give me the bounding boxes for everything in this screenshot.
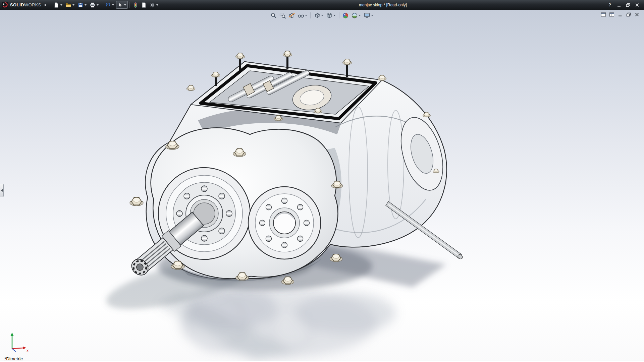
window-pane-button-1[interactable] [600, 12, 606, 17]
undo-button[interactable] [104, 1, 116, 9]
zoom-to-area-button[interactable] [279, 11, 287, 19]
solidworks-window: SOLIDWORKS [0, 0, 644, 362]
toolbar-separator [129, 2, 130, 8]
window-controls: ? [606, 2, 644, 8]
window-pane-button-2[interactable] [609, 12, 615, 17]
minimize-button[interactable] [615, 2, 623, 8]
print-icon [90, 2, 96, 8]
document-window-controls [600, 12, 640, 17]
output-bearing-boss[interactable] [248, 187, 321, 259]
view-settings-icon [364, 12, 370, 19]
toolbar-separator [339, 12, 339, 18]
open-folder-icon [65, 2, 71, 8]
apply-scene-icon [352, 12, 358, 19]
collapse-arrow-icon [1, 189, 3, 192]
view-orientation-cube-icon [314, 12, 320, 19]
edit-appearance-button[interactable] [341, 11, 350, 19]
restore-icon [626, 3, 630, 7]
feature-panel-collapse-tab[interactable] [0, 184, 4, 197]
view-orientation-button[interactable] [313, 11, 325, 19]
dropdown-caret[interactable] [60, 4, 62, 6]
solidworks-brand: SOLIDWORKS [0, 2, 49, 8]
dropdown-caret[interactable] [156, 4, 158, 6]
display-style-button[interactable] [325, 11, 337, 19]
doc-restore-button[interactable] [626, 12, 632, 17]
x-axis-label: x [26, 348, 29, 353]
zoom-to-fit-button[interactable] [270, 11, 278, 19]
toolbar-separator [311, 12, 311, 18]
view-settings-button[interactable] [363, 11, 375, 19]
help-glyph: ? [608, 2, 611, 7]
file-properties-icon [141, 2, 147, 8]
display-style-shaded-cube-icon [326, 12, 333, 19]
options-gear-icon [149, 2, 155, 8]
help-button[interactable]: ? [606, 2, 614, 8]
brand-bold: SOLID [10, 2, 24, 7]
save-icon [77, 2, 84, 8]
apply-scene-button[interactable] [351, 11, 362, 19]
window-title: menjac sklop * [Read-only] [160, 3, 606, 7]
zoom-to-fit-icon [271, 12, 277, 19]
menu-bar-toolbar [49, 1, 160, 9]
edit-appearance-sphere-icon [342, 12, 349, 19]
y-axis-arrow [11, 333, 14, 336]
dropdown-caret[interactable] [85, 4, 87, 6]
save-button[interactable] [76, 1, 88, 9]
rebuild-semaphore-icon [132, 2, 139, 8]
restore-button[interactable] [624, 2, 632, 8]
dropdown-caret[interactable] [321, 15, 323, 16]
brand-light: WORKS [24, 2, 41, 7]
new-document-icon [53, 2, 59, 8]
orientation-triad: x [7, 329, 31, 353]
select-button[interactable] [116, 1, 128, 9]
dropdown-caret[interactable] [112, 4, 114, 6]
heads-up-view-toolbar [270, 11, 375, 19]
print-button[interactable] [89, 1, 100, 9]
undo-icon [105, 2, 111, 8]
titlebar: SOLIDWORKS [0, 0, 644, 10]
brand-text: SOLIDWORKS [10, 2, 41, 7]
dropdown-caret[interactable] [97, 4, 99, 6]
dropdown-caret[interactable] [72, 4, 74, 6]
window-pane-split-icon [609, 12, 614, 17]
status-strip [0, 361, 644, 362]
dropdown-caret[interactable] [371, 15, 373, 16]
select-cursor-icon [117, 2, 123, 8]
doc-close-button[interactable] [634, 12, 640, 17]
dropdown-caret[interactable] [334, 15, 336, 16]
dassault-systemes-logo [2, 2, 8, 8]
dropdown-caret[interactable] [359, 15, 361, 16]
toolbar-separator [102, 2, 102, 8]
minimize-icon [618, 12, 623, 17]
close-button[interactable] [633, 2, 641, 8]
doc-minimize-button[interactable] [617, 12, 623, 17]
section-view-icon [289, 12, 295, 19]
close-icon [635, 12, 639, 17]
zoom-to-area-icon [280, 12, 286, 19]
open-button[interactable] [64, 1, 76, 9]
minimize-icon [617, 3, 621, 7]
section-view-button[interactable] [288, 11, 296, 19]
window-pane-icon [601, 12, 606, 17]
rebuild-button[interactable] [131, 1, 140, 9]
new-document-button[interactable] [52, 1, 64, 9]
gearbox-3d-model[interactable] [0, 10, 644, 362]
dropdown-caret[interactable] [124, 4, 126, 6]
options-button[interactable] [148, 1, 160, 9]
file-properties-button[interactable] [140, 1, 148, 9]
menu-expand-arrow-icon[interactable] [45, 4, 46, 6]
view-orientation-label: *Dimetric [4, 356, 23, 361]
z-axis [12, 349, 16, 352]
restore-icon [626, 12, 631, 17]
x-axis-arrow [23, 347, 26, 350]
hide-show-items-glasses-icon [298, 12, 304, 19]
dropdown-caret[interactable] [305, 15, 307, 16]
graphics-area[interactable]: x *Dimetric [0, 10, 644, 362]
hide-show-items-button[interactable] [297, 11, 309, 19]
close-icon [635, 3, 639, 7]
